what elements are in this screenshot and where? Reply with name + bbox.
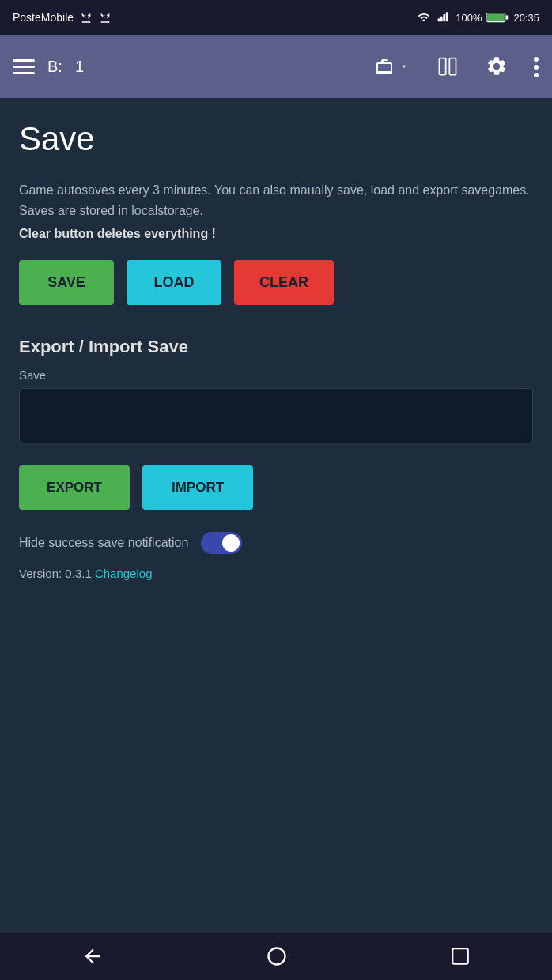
battery-icon (486, 12, 509, 23)
save-field-label: Save (19, 368, 533, 382)
toolbar: B: 1 (0, 35, 552, 98)
chevron-down-icon (399, 61, 410, 72)
description-text: Game autosaves every 3 minutes. You can … (19, 180, 533, 220)
svg-rect-3 (446, 12, 448, 21)
svg-rect-8 (449, 58, 456, 75)
gear-icon (486, 55, 508, 77)
version-text: Version: 0.3.1 (19, 567, 92, 580)
svg-rect-0 (438, 18, 440, 21)
svg-point-12 (268, 948, 285, 965)
signal-icon (437, 11, 451, 24)
svg-rect-2 (444, 14, 446, 21)
recents-button[interactable] (450, 946, 471, 967)
briefcase-button[interactable] (373, 57, 410, 76)
settings-button[interactable] (486, 55, 508, 77)
toggle-track (201, 532, 242, 554)
clear-button[interactable]: CLEAR (234, 260, 334, 305)
action-buttons: SAVE LOAD CLEAR (19, 260, 533, 305)
nav-bar (0, 933, 552, 980)
status-bar: PosteMobile 100% 20:35 (0, 0, 552, 35)
export-import-title: Export / Import Save (19, 337, 533, 357)
svg-rect-13 (453, 948, 469, 964)
battery-label: 100% (456, 12, 482, 24)
notification-label: Hide success save notification (19, 536, 188, 550)
page-title: Save (19, 120, 533, 158)
save-input[interactable] (19, 388, 533, 443)
carrier-label: PosteMobile (13, 11, 74, 24)
svg-point-10 (534, 65, 539, 70)
usb-icon (80, 10, 93, 24)
more-icon (533, 56, 539, 78)
load-button[interactable]: LOAD (127, 260, 221, 305)
hamburger-menu-button[interactable] (13, 59, 35, 74)
time-label: 20:35 (513, 12, 539, 24)
square-icon (450, 946, 471, 967)
columns-button[interactable] (435, 55, 460, 77)
briefcase-icon (373, 57, 395, 76)
home-icon (266, 945, 288, 967)
svg-rect-5 (506, 15, 509, 20)
svg-point-9 (534, 57, 539, 62)
main-content: Save Game autosaves every 3 minutes. You… (0, 98, 552, 933)
status-right: 100% 20:35 (416, 11, 539, 24)
wifi-icon (416, 11, 432, 24)
columns-icon (435, 55, 460, 77)
b-value: 1 (75, 58, 84, 76)
import-button[interactable]: IMPORT (142, 466, 253, 510)
toolbar-left: B: 1 (13, 58, 84, 76)
b-label: B: (47, 58, 62, 76)
usb-icon2 (99, 10, 112, 24)
svg-rect-7 (440, 58, 446, 75)
version-row: Version: 0.3.1 Changelog (19, 567, 533, 580)
back-icon (81, 945, 104, 967)
export-import-buttons: EXPORT IMPORT (19, 466, 533, 510)
back-button[interactable] (81, 945, 104, 967)
toolbar-center (373, 55, 539, 78)
status-left: PosteMobile (13, 10, 112, 24)
svg-point-11 (534, 73, 539, 77)
export-button[interactable]: EXPORT (19, 466, 130, 510)
notification-row: Hide success save notification (19, 532, 533, 554)
warning-text: Clear button deletes everything ! (19, 227, 533, 241)
notification-toggle[interactable] (201, 532, 242, 554)
save-button[interactable]: SAVE (19, 260, 114, 305)
changelog-link[interactable]: Changelog (95, 567, 153, 580)
svg-rect-1 (440, 17, 443, 22)
svg-rect-6 (488, 13, 505, 21)
home-button[interactable] (266, 945, 288, 967)
toggle-thumb (222, 534, 240, 552)
more-options-button[interactable] (533, 55, 539, 78)
